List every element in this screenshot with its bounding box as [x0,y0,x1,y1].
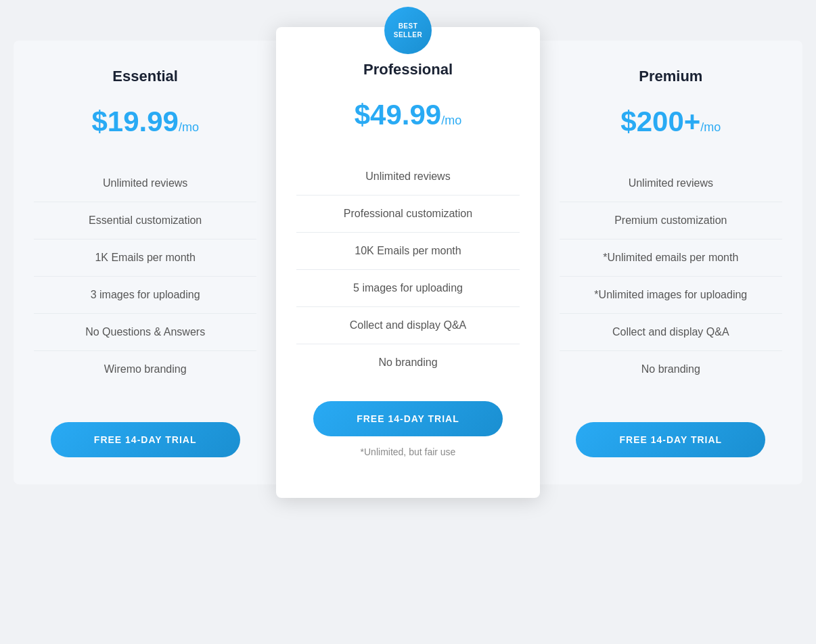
professional-trial-button[interactable]: FREE 14-DAY TRIAL [313,401,503,436]
premium-per-mo: /mo [700,120,721,134]
list-item: Unlimited reviews [296,158,519,195]
essential-features-list: Unlimited reviews Essential customizatio… [34,165,256,402]
pricing-container: Essential $19.99/mo Unlimited reviews Es… [0,14,816,498]
plan-premium: Premium $200+/mo Unlimited reviews Premi… [539,41,802,484]
list-item: Unlimited reviews [34,165,256,202]
list-item: No branding [296,344,519,381]
list-item: Collect and display Q&A [296,306,519,344]
plan-professional-title: Professional [363,61,453,78]
plan-premium-title: Premium [639,68,702,85]
list-item: No Questions & Answers [34,313,256,350]
badge-line2: SELLER [394,30,422,39]
premium-price-value: $200+ [620,106,700,137]
list-item: Premium customization [560,202,782,239]
plan-essential: Essential $19.99/mo Unlimited reviews Es… [14,41,277,484]
plan-premium-price: $200+/mo [620,106,721,138]
list-item: No branding [560,350,782,388]
list-item: 1K Emails per month [34,239,256,276]
plan-professional: BEST SELLER Professional $49.99/mo Unlim… [276,27,539,498]
professional-price-value: $49.99 [355,99,441,131]
essential-trial-button[interactable]: FREE 14-DAY TRIAL [51,422,240,457]
list-item: Collect and display Q&A [560,313,782,350]
list-item: *Unlimited images for uploading [560,276,782,313]
list-item: 5 images for uploading [296,269,519,306]
list-item: Unlimited reviews [560,165,782,202]
professional-per-mo: /mo [441,114,461,127]
premium-trial-button[interactable]: FREE 14-DAY TRIAL [576,422,765,457]
essential-per-mo: /mo [179,120,199,134]
plan-essential-price: $19.99/mo [91,106,198,138]
professional-features-list: Unlimited reviews Professional customiza… [296,158,519,381]
list-item: *Unlimited emails per month [560,239,782,276]
list-item: 3 images for uploading [34,276,256,313]
list-item: 10K Emails per month [296,232,519,269]
list-item: Essential customization [34,202,256,239]
list-item: Professional customization [296,195,519,232]
professional-footer-note: *Unlimited, but fair use [361,446,456,464]
essential-price-value: $19.99 [91,106,178,137]
badge-line1: BEST [399,22,418,30]
plan-professional-price: $49.99/mo [355,99,461,131]
list-item: Wiremo branding [34,350,256,388]
best-seller-badge: BEST SELLER [384,7,432,54]
plan-essential-title: Essential [112,68,178,85]
premium-features-list: Unlimited reviews Premium customization … [560,165,782,402]
